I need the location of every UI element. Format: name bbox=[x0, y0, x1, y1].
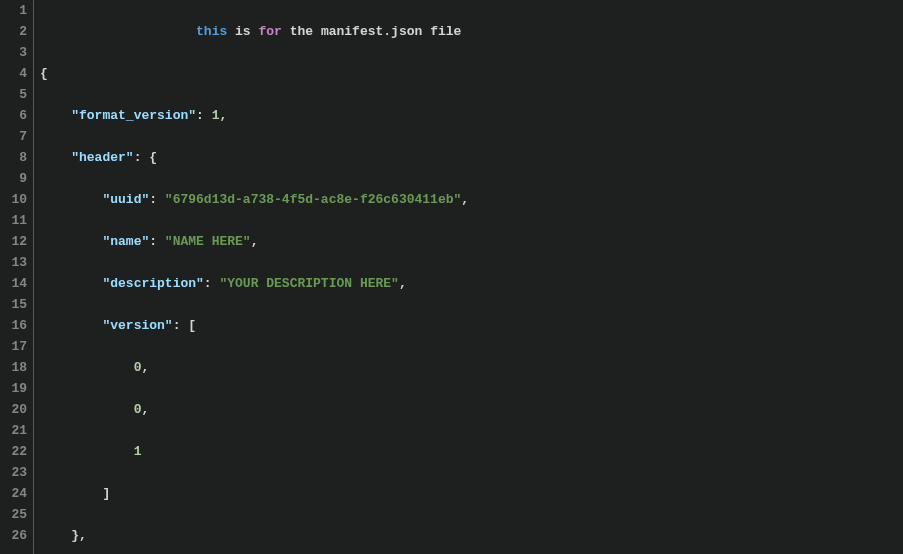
token-brace: }, bbox=[71, 528, 87, 543]
code-area[interactable]: this is for the manifest.json file { "fo… bbox=[34, 0, 903, 554]
line-number: 24 bbox=[8, 483, 27, 504]
line-number: 21 bbox=[8, 420, 27, 441]
line-number: 15 bbox=[8, 294, 27, 315]
token-colon: : bbox=[204, 276, 220, 291]
line-number: 3 bbox=[8, 42, 27, 63]
token-colon: : { bbox=[134, 150, 157, 165]
line-number: 1 bbox=[8, 0, 27, 21]
token-string: "6796d13d-a738-4f5d-ac8e-f26c630411eb" bbox=[165, 192, 461, 207]
code-line[interactable]: "name": "NAME HERE", bbox=[40, 231, 903, 252]
token-keyword: this bbox=[196, 24, 227, 39]
token-comma: , bbox=[461, 192, 469, 207]
line-number: 14 bbox=[8, 273, 27, 294]
code-line[interactable]: ] bbox=[40, 483, 903, 504]
token-keyword: for bbox=[258, 24, 281, 39]
token-colon: : bbox=[196, 108, 212, 123]
line-number: 16 bbox=[8, 315, 27, 336]
token-comma: , bbox=[251, 234, 259, 249]
line-number: 18 bbox=[8, 357, 27, 378]
code-line[interactable]: { bbox=[40, 63, 903, 84]
line-number: 4 bbox=[8, 63, 27, 84]
token-colon: : bbox=[149, 234, 165, 249]
line-number: 2 bbox=[8, 21, 27, 42]
line-number: 23 bbox=[8, 462, 27, 483]
line-number: 8 bbox=[8, 147, 27, 168]
code-line[interactable]: this is for the manifest.json file bbox=[40, 21, 903, 42]
line-number: 22 bbox=[8, 441, 27, 462]
token-string: "YOUR DESCRIPTION HERE" bbox=[219, 276, 398, 291]
token-comma: , bbox=[219, 108, 227, 123]
line-number-gutter: 1234567891011121314151617181920212223242… bbox=[0, 0, 34, 554]
token-string: "NAME HERE" bbox=[165, 234, 251, 249]
code-line[interactable]: }, bbox=[40, 525, 903, 546]
token-brace: { bbox=[40, 66, 48, 81]
code-line[interactable]: 0, bbox=[40, 357, 903, 378]
token-colon: : [ bbox=[173, 318, 196, 333]
code-line[interactable]: "format_version": 1, bbox=[40, 105, 903, 126]
token-number: 1 bbox=[134, 444, 142, 459]
code-line[interactable]: 1 bbox=[40, 441, 903, 462]
line-number: 19 bbox=[8, 378, 27, 399]
token-key: "version" bbox=[102, 318, 172, 333]
token-plain: the manifest.json file bbox=[290, 24, 462, 39]
token-bracket: ] bbox=[102, 486, 110, 501]
code-line[interactable]: 0, bbox=[40, 399, 903, 420]
line-number: 11 bbox=[8, 210, 27, 231]
token-key: "format_version" bbox=[71, 108, 196, 123]
token-comma: , bbox=[141, 360, 149, 375]
line-number: 17 bbox=[8, 336, 27, 357]
token-key: "description" bbox=[102, 276, 203, 291]
token-key: "header" bbox=[71, 150, 133, 165]
token-key: "name" bbox=[102, 234, 149, 249]
code-line[interactable]: "version": [ bbox=[40, 315, 903, 336]
code-line[interactable]: "description": "YOUR DESCRIPTION HERE", bbox=[40, 273, 903, 294]
token-comma: , bbox=[141, 402, 149, 417]
token-colon: : bbox=[149, 192, 165, 207]
line-number: 9 bbox=[8, 168, 27, 189]
line-number: 26 bbox=[8, 525, 27, 546]
token-key: "uuid" bbox=[102, 192, 149, 207]
line-number: 7 bbox=[8, 126, 27, 147]
line-number: 20 bbox=[8, 399, 27, 420]
code-line[interactable]: "uuid": "6796d13d-a738-4f5d-ac8e-f26c630… bbox=[40, 189, 903, 210]
line-number: 12 bbox=[8, 231, 27, 252]
code-editor[interactable]: 1234567891011121314151617181920212223242… bbox=[0, 0, 903, 554]
token-plain: is bbox=[235, 24, 251, 39]
code-line[interactable]: "header": { bbox=[40, 147, 903, 168]
line-number: 5 bbox=[8, 84, 27, 105]
token-comma: , bbox=[399, 276, 407, 291]
line-number: 6 bbox=[8, 105, 27, 126]
line-number: 25 bbox=[8, 504, 27, 525]
line-number: 13 bbox=[8, 252, 27, 273]
line-number: 10 bbox=[8, 189, 27, 210]
